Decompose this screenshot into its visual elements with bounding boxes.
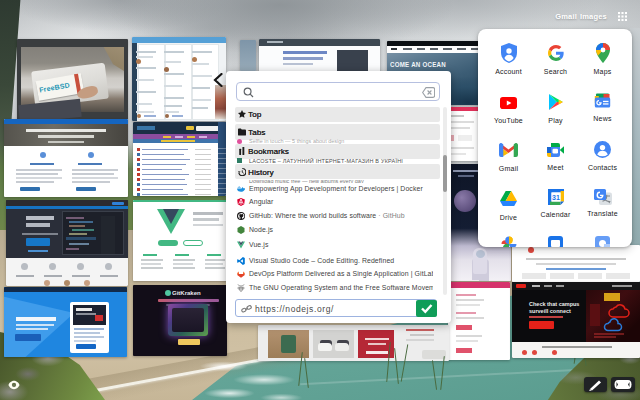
- svg-text:31: 31: [552, 194, 560, 201]
